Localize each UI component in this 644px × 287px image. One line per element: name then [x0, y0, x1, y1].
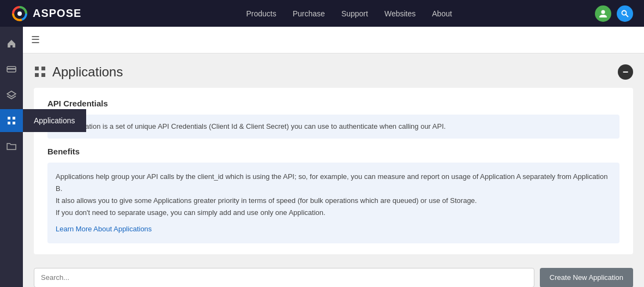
nav-link-support[interactable]: Support: [341, 9, 368, 18]
page-grid-icon: [34, 65, 47, 79]
api-credentials-title: API Credentials: [47, 99, 619, 108]
apps-grid-icon: [7, 116, 16, 125]
page-title: Applications: [52, 64, 123, 80]
search-button[interactable]: [617, 5, 633, 22]
svg-rect-14: [35, 73, 39, 77]
svg-marker-7: [7, 91, 16, 97]
svg-rect-15: [41, 73, 45, 77]
sidebar-item-applications[interactable]: Applications: [0, 109, 23, 132]
folder-icon: [7, 141, 16, 151]
aspose-logo-icon: [11, 5, 28, 22]
home-icon: [7, 39, 16, 49]
svg-point-3: [622, 10, 627, 15]
api-credentials-info: An Application is a set of unique API Cr…: [47, 115, 619, 139]
benefits-box: Applications help group your API calls b…: [47, 163, 619, 243]
svg-rect-6: [7, 68, 16, 70]
benefits-line1: Applications help group your API calls b…: [56, 171, 611, 195]
card-icon: [7, 64, 16, 74]
main-layout: Applications ☰: [0, 27, 644, 287]
benefits-line2: It also allows you to give some Applicat…: [56, 195, 611, 207]
nav-icons: [595, 5, 633, 22]
benefits-line3: If you don't need to separate usage, you…: [56, 207, 611, 219]
main-content: Applications − API Credentials An Applic…: [23, 53, 644, 287]
hamburger-menu[interactable]: ☰: [31, 34, 40, 46]
page-header: Applications −: [34, 64, 633, 80]
sidebar-item-home[interactable]: [0, 32, 23, 55]
layers-icon: [7, 90, 16, 100]
bottom-bar: Create New Application: [34, 262, 633, 287]
nav-link-websites[interactable]: Websites: [384, 9, 416, 18]
svg-rect-10: [8, 122, 10, 124]
top-navigation: ASPOSE Products Purchase Support Website…: [0, 0, 644, 27]
logo-text: ASPOSE: [33, 7, 81, 20]
create-application-button[interactable]: Create New Application: [540, 268, 633, 287]
sidebar: Applications: [0, 27, 23, 287]
svg-rect-13: [41, 67, 45, 70]
sidebar-item-files[interactable]: [0, 135, 23, 158]
svg-rect-12: [35, 67, 39, 70]
sidebar-item-layers[interactable]: [0, 83, 23, 106]
nav-link-products[interactable]: Products: [246, 9, 276, 18]
info-card: API Credentials An Application is a set …: [34, 88, 633, 254]
nav-links: Products Purchase Support Websites About: [103, 9, 595, 18]
svg-rect-9: [13, 117, 15, 119]
svg-point-2: [601, 10, 605, 14]
search-icon: [621, 9, 629, 18]
nav-link-about[interactable]: About: [432, 9, 452, 18]
content-area: ☰ Applications − AP: [23, 27, 644, 287]
svg-line-4: [626, 14, 629, 17]
collapse-button[interactable]: −: [618, 64, 633, 80]
svg-rect-8: [8, 117, 10, 119]
content-header: ☰: [23, 27, 644, 53]
logo[interactable]: ASPOSE: [11, 5, 81, 22]
svg-rect-11: [13, 122, 15, 124]
svg-point-1: [17, 11, 22, 16]
benefits-title: Benefits: [47, 147, 619, 156]
sidebar-item-billing[interactable]: [0, 58, 23, 81]
user-icon: [599, 9, 607, 18]
page-header-left: Applications: [34, 64, 123, 80]
search-input[interactable]: [34, 268, 534, 287]
user-avatar-button[interactable]: [595, 5, 611, 22]
sidebar-applications-label: Applications: [23, 109, 86, 132]
nav-link-purchase[interactable]: Purchase: [293, 9, 325, 18]
learn-more-link[interactable]: Learn More About Applications: [56, 223, 152, 235]
